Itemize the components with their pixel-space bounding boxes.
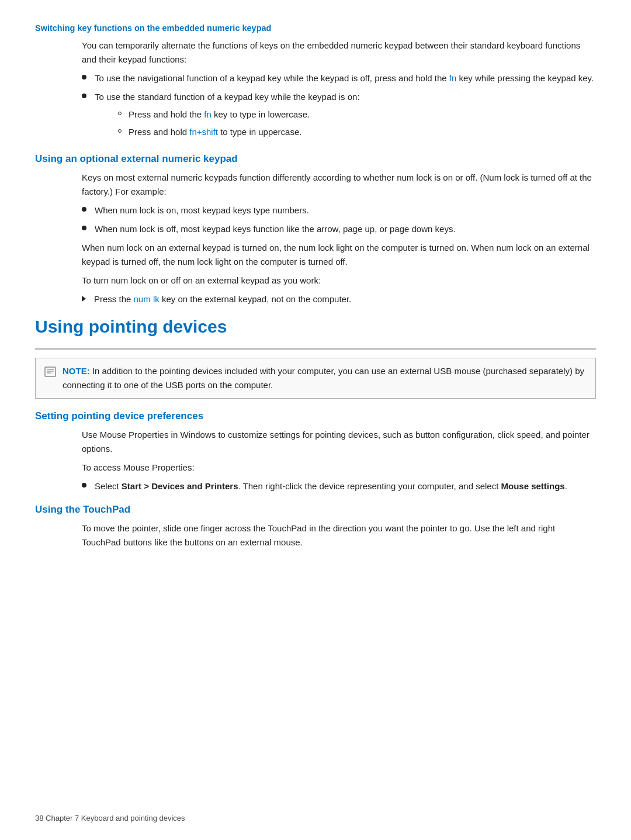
bullet-text: To use the navigational function of a ke… [95, 71, 594, 85]
list-item: Press and hold the fn key to type in low… [118, 108, 360, 122]
bullet-text: When num lock is off, most keypad keys f… [95, 222, 456, 236]
bullet-dot-icon [82, 75, 86, 79]
optional-keypad-section: Using an optional external numeric keypa… [35, 153, 596, 306]
bullet-dot-icon [82, 226, 86, 230]
switching-key-body1: You can temporarily alternate the functi… [82, 39, 596, 67]
sub-dot-icon [118, 129, 122, 133]
switching-key-heading: Switching key functions on the embedded … [35, 23, 596, 33]
using-pointing-devices-section: Using pointing devices [35, 317, 596, 350]
list-item: Press and hold fn+shift to type in upper… [118, 125, 360, 139]
note-content: NOTE: In addition to the pointing device… [63, 364, 587, 392]
bullet-dot-icon [82, 207, 86, 212]
note-box: NOTE: In addition to the pointing device… [35, 358, 596, 399]
using-touchpad-heading: Using the TouchPad [35, 504, 596, 516]
list-item: When num lock is on, most keypad keys ty… [82, 203, 596, 217]
optional-keypad-body3: To turn num lock on or off on an externa… [82, 274, 596, 288]
triangle-marker-icon [82, 296, 86, 302]
page-footer: 38 Chapter 7 Keyboard and pointing devic… [35, 814, 185, 822]
optional-keypad-body2: When num lock on an external keypad is t… [82, 241, 596, 269]
list-item: Press the num lk key on the external key… [82, 292, 596, 306]
sub-bullet-text: Press and hold fn+shift to type in upper… [129, 125, 301, 139]
list-item: To use the standard function of a keypad… [82, 90, 596, 143]
bullet-text: When num lock is on, most keypad keys ty… [95, 203, 309, 217]
setting-pointing-body2: To access Mouse Properties: [82, 461, 596, 475]
optional-keypad-triangle: Press the num lk key on the external key… [82, 292, 596, 306]
note-icon [44, 365, 57, 382]
bullet-text: To use the standard function of a keypad… [95, 90, 360, 143]
bullet-text: Select Start > Devices and Printers. The… [95, 479, 567, 493]
setting-pointing-section: Setting pointing device preferences Use … [35, 410, 596, 493]
setting-pointing-heading: Setting pointing device preferences [35, 410, 596, 422]
switching-key-section: Switching key functions on the embedded … [35, 23, 596, 143]
svg-rect-0 [45, 367, 56, 376]
bullet-dot-icon [82, 94, 86, 98]
sub-dot-icon [118, 112, 122, 115]
sub-bullet-text: Press and hold the fn key to type in low… [129, 108, 310, 122]
note-svg-icon [44, 365, 57, 378]
optional-keypad-body1: Keys on most external numeric keypads fu… [82, 171, 596, 199]
optional-keypad-bullets: When num lock is on, most keypad keys ty… [82, 203, 596, 236]
setting-pointing-bullets: Select Start > Devices and Printers. The… [82, 479, 596, 493]
switching-key-bullets: To use the navigational function of a ke… [82, 71, 596, 143]
list-item: Select Start > Devices and Printers. The… [82, 479, 596, 493]
using-touchpad-section: Using the TouchPad To move the pointer, … [35, 504, 596, 549]
bullet-dot-icon [82, 483, 86, 488]
setting-pointing-body1: Use Mouse Properties in Windows to custo… [82, 428, 596, 456]
list-item: To use the navigational function of a ke… [82, 71, 596, 85]
sub-bullet-list: Press and hold the fn key to type in low… [118, 108, 360, 139]
list-item: When num lock is off, most keypad keys f… [82, 222, 596, 236]
optional-keypad-heading: Using an optional external numeric keypa… [35, 153, 596, 165]
triangle-text: Press the num lk key on the external key… [94, 292, 351, 306]
using-touchpad-body1: To move the pointer, slide one finger ac… [82, 521, 596, 549]
using-pointing-devices-heading: Using pointing devices [35, 317, 596, 337]
